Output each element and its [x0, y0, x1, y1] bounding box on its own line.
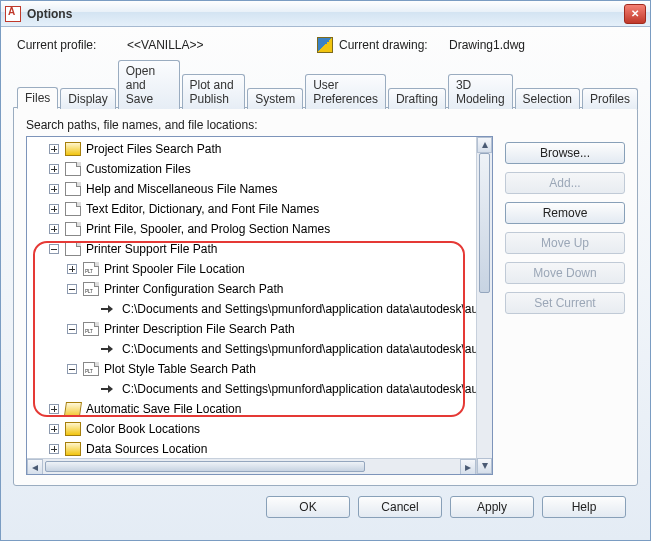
- move-down-button[interactable]: Move Down: [505, 262, 625, 284]
- tab-user-preferences[interactable]: User Preferences: [305, 74, 386, 109]
- scroll-down-button[interactable]: ▾: [477, 458, 492, 474]
- tree-label: C:\Documents and Settings\pmunford\appli…: [122, 382, 476, 396]
- folder-icon: [65, 442, 81, 456]
- tree-row[interactable]: Automatic Save File Location: [31, 399, 476, 419]
- tree-spacer: [85, 344, 95, 354]
- collapse-icon[interactable]: [67, 364, 77, 374]
- collapse-icon[interactable]: [67, 284, 77, 294]
- expand-icon[interactable]: [49, 424, 59, 434]
- tree-label: C:\Documents and Settings\pmunford\appli…: [122, 342, 476, 356]
- tab-open-and-save[interactable]: Open and Save: [118, 60, 180, 109]
- arrow-icon: [101, 302, 117, 316]
- scroll-thumb[interactable]: [479, 153, 490, 293]
- horizontal-scrollbar[interactable]: ◂ ▸: [27, 458, 476, 474]
- tree-row[interactable]: Printer Support File Path: [31, 239, 476, 259]
- arrow-icon: [101, 382, 117, 396]
- scroll-left-button[interactable]: ◂: [27, 459, 43, 475]
- tree-row[interactable]: Plot Style Table Search Path: [31, 359, 476, 379]
- scroll-up-button[interactable]: ▴: [477, 137, 492, 153]
- profile-bar: Current profile: <<VANILLA>> Current dra…: [13, 33, 638, 59]
- tree[interactable]: Project Files Search PathCustomization F…: [27, 137, 476, 474]
- tree-row[interactable]: Color Book Locations: [31, 419, 476, 439]
- tree-label: Project Files Search Path: [86, 142, 221, 156]
- scroll-track[interactable]: [477, 153, 492, 458]
- folder-icon: [65, 142, 81, 156]
- tree-row[interactable]: Text Editor, Dictionary, and Font File N…: [31, 199, 476, 219]
- tree-label: Data Sources Location: [86, 442, 207, 456]
- remove-button[interactable]: Remove: [505, 202, 625, 224]
- folderopen-icon: [64, 402, 82, 416]
- current-drawing-label: Current drawing:: [339, 38, 449, 52]
- folder-icon: [65, 422, 81, 436]
- page-icon: [65, 242, 81, 256]
- vertical-scrollbar[interactable]: ▴ ▾: [476, 137, 492, 474]
- move-up-button[interactable]: Move Up: [505, 232, 625, 254]
- tree-row[interactable]: C:\Documents and Settings\pmunford\appli…: [31, 339, 476, 359]
- expand-icon[interactable]: [49, 164, 59, 174]
- page-plt-icon: [83, 262, 99, 276]
- titlebar[interactable]: Options: [1, 1, 650, 27]
- tree-row[interactable]: Help and Miscellaneous File Names: [31, 179, 476, 199]
- app-icon: [5, 6, 21, 22]
- dialog-buttons: OK Cancel Apply Help: [13, 486, 638, 528]
- tab-3d-modeling[interactable]: 3D Modeling: [448, 74, 513, 109]
- tree-label: Print Spooler File Location: [104, 262, 245, 276]
- ok-button[interactable]: OK: [266, 496, 350, 518]
- collapse-icon[interactable]: [67, 324, 77, 334]
- tab-files[interactable]: Files: [17, 87, 58, 109]
- tab-strip: FilesDisplayOpen and SavePlot and Publis…: [13, 59, 638, 108]
- hscroll-thumb[interactable]: [45, 461, 365, 472]
- tab-profiles[interactable]: Profiles: [582, 88, 638, 109]
- add-button[interactable]: Add...: [505, 172, 625, 194]
- page-plt-icon: [83, 322, 99, 336]
- page-icon: [65, 162, 81, 176]
- collapse-icon[interactable]: [49, 244, 59, 254]
- tab-panel-files: Search paths, file names, and file locat…: [13, 107, 638, 486]
- current-profile-label: Current profile:: [17, 38, 127, 52]
- tree-row[interactable]: Print File, Spooler, and Prolog Section …: [31, 219, 476, 239]
- drawing-icon: [317, 37, 333, 53]
- tree-row[interactable]: Print Spooler File Location: [31, 259, 476, 279]
- tree-label: Customization Files: [86, 162, 191, 176]
- expand-icon[interactable]: [49, 444, 59, 454]
- tab-selection[interactable]: Selection: [515, 88, 580, 109]
- expand-icon[interactable]: [49, 204, 59, 214]
- expand-icon[interactable]: [49, 184, 59, 194]
- cancel-button[interactable]: Cancel: [358, 496, 442, 518]
- tab-drafting[interactable]: Drafting: [388, 88, 446, 109]
- scroll-right-button[interactable]: ▸: [460, 459, 476, 475]
- browse-button[interactable]: Browse...: [505, 142, 625, 164]
- close-button[interactable]: [624, 4, 646, 24]
- tree-spacer: [85, 304, 95, 314]
- tree-row[interactable]: Printer Configuration Search Path: [31, 279, 476, 299]
- set-current-button[interactable]: Set Current: [505, 292, 625, 314]
- page-icon: [65, 222, 81, 236]
- tree-row[interactable]: C:\Documents and Settings\pmunford\appli…: [31, 379, 476, 399]
- tab-plot-and-publish[interactable]: Plot and Publish: [182, 74, 246, 109]
- tree-row[interactable]: Printer Description File Search Path: [31, 319, 476, 339]
- expand-icon[interactable]: [49, 224, 59, 234]
- tree-row[interactable]: Data Sources Location: [31, 439, 476, 459]
- window-title: Options: [27, 7, 624, 21]
- expand-icon[interactable]: [49, 144, 59, 154]
- expand-icon[interactable]: [67, 264, 77, 274]
- tree-label: Color Book Locations: [86, 422, 200, 436]
- tree-label: Automatic Save File Location: [86, 402, 241, 416]
- tab-system[interactable]: System: [247, 88, 303, 109]
- tree-label: Help and Miscellaneous File Names: [86, 182, 277, 196]
- tree-row[interactable]: Project Files Search Path: [31, 139, 476, 159]
- tree-label: Plot Style Table Search Path: [104, 362, 256, 376]
- apply-button[interactable]: Apply: [450, 496, 534, 518]
- arrow-icon: [101, 342, 117, 356]
- help-button[interactable]: Help: [542, 496, 626, 518]
- tree-label: Printer Support File Path: [86, 242, 217, 256]
- tree-spacer: [85, 384, 95, 394]
- tree-container: Project Files Search PathCustomization F…: [26, 136, 493, 475]
- tree-label: Text Editor, Dictionary, and Font File N…: [86, 202, 319, 216]
- tree-row[interactable]: Customization Files: [31, 159, 476, 179]
- tab-display[interactable]: Display: [60, 88, 115, 109]
- page-plt-icon: [83, 362, 99, 376]
- expand-icon[interactable]: [49, 404, 59, 414]
- tree-row[interactable]: C:\Documents and Settings\pmunford\appli…: [31, 299, 476, 319]
- tree-label: Print File, Spooler, and Prolog Section …: [86, 222, 330, 236]
